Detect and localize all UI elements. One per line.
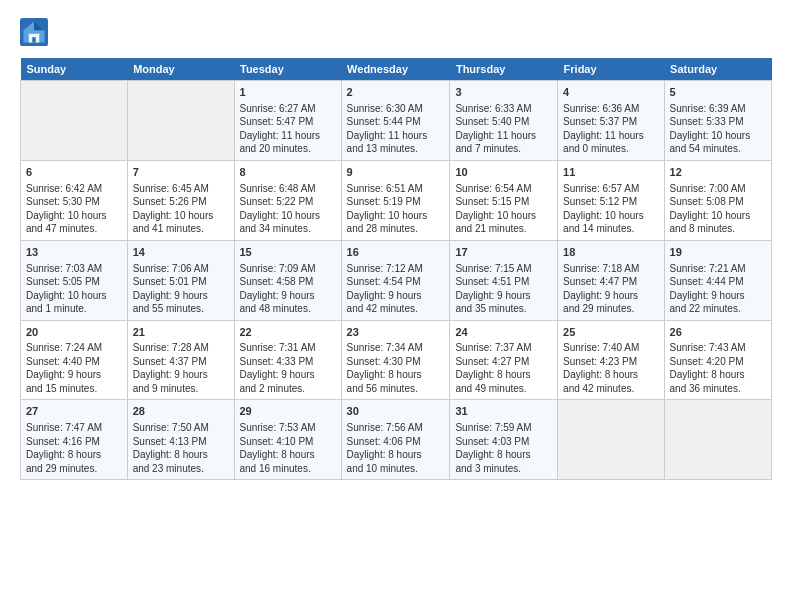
day-info: Sunrise: 7:03 AM [26,262,122,276]
day-info: Daylight: 9 hours [670,289,766,303]
day-number: 13 [26,245,122,260]
day-number: 1 [240,85,336,100]
day-number: 2 [347,85,445,100]
day-cell: 25Sunrise: 7:40 AMSunset: 4:23 PMDayligh… [558,320,664,400]
day-number: 4 [563,85,658,100]
day-info: Sunrise: 7:28 AM [133,341,229,355]
day-info: and 7 minutes. [455,142,552,156]
day-info: Sunrise: 6:33 AM [455,102,552,116]
day-cell [558,400,664,480]
day-cell: 12Sunrise: 7:00 AMSunset: 5:08 PMDayligh… [664,160,771,240]
day-info: Sunset: 4:51 PM [455,275,552,289]
day-info: Sunset: 4:03 PM [455,435,552,449]
day-number: 3 [455,85,552,100]
day-info: Daylight: 8 hours [240,448,336,462]
day-info: Sunrise: 7:34 AM [347,341,445,355]
day-info: Daylight: 10 hours [455,209,552,223]
day-info: Sunrise: 6:45 AM [133,182,229,196]
day-info: Sunset: 4:58 PM [240,275,336,289]
day-cell: 29Sunrise: 7:53 AMSunset: 4:10 PMDayligh… [234,400,341,480]
day-number: 6 [26,165,122,180]
day-info: Sunset: 5:47 PM [240,115,336,129]
day-info: and 9 minutes. [133,382,229,396]
day-info: Sunrise: 7:12 AM [347,262,445,276]
day-info: and 14 minutes. [563,222,658,236]
day-cell: 8Sunrise: 6:48 AMSunset: 5:22 PMDaylight… [234,160,341,240]
day-number: 23 [347,325,445,340]
day-info: and 13 minutes. [347,142,445,156]
day-number: 7 [133,165,229,180]
day-info: Daylight: 8 hours [347,368,445,382]
header-cell-sunday: Sunday [21,58,128,81]
day-info: Daylight: 9 hours [563,289,658,303]
day-info: and 21 minutes. [455,222,552,236]
day-number: 16 [347,245,445,260]
header-row: SundayMondayTuesdayWednesdayThursdayFrid… [21,58,772,81]
day-info: Sunset: 4:23 PM [563,355,658,369]
day-info: Sunrise: 7:18 AM [563,262,658,276]
day-cell: 10Sunrise: 6:54 AMSunset: 5:15 PMDayligh… [450,160,558,240]
day-info: Sunset: 4:47 PM [563,275,658,289]
day-info: Sunrise: 7:06 AM [133,262,229,276]
day-info: Daylight: 10 hours [670,129,766,143]
day-cell: 7Sunrise: 6:45 AMSunset: 5:26 PMDaylight… [127,160,234,240]
header-cell-saturday: Saturday [664,58,771,81]
day-cell: 1Sunrise: 6:27 AMSunset: 5:47 PMDaylight… [234,81,341,161]
day-info: and 22 minutes. [670,302,766,316]
day-cell: 3Sunrise: 6:33 AMSunset: 5:40 PMDaylight… [450,81,558,161]
day-info: Sunset: 4:20 PM [670,355,766,369]
day-info: Sunrise: 6:36 AM [563,102,658,116]
day-info: Sunrise: 6:57 AM [563,182,658,196]
week-row-3: 13Sunrise: 7:03 AMSunset: 5:05 PMDayligh… [21,240,772,320]
day-info: Sunset: 5:33 PM [670,115,766,129]
day-info: Daylight: 9 hours [347,289,445,303]
day-info: and 28 minutes. [347,222,445,236]
day-info: and 1 minute. [26,302,122,316]
day-cell: 22Sunrise: 7:31 AMSunset: 4:33 PMDayligh… [234,320,341,400]
logo [20,18,52,46]
day-number: 31 [455,404,552,419]
day-info: Sunset: 4:16 PM [26,435,122,449]
day-info: Daylight: 10 hours [347,209,445,223]
day-number: 26 [670,325,766,340]
day-info: Sunrise: 6:42 AM [26,182,122,196]
day-cell: 20Sunrise: 7:24 AMSunset: 4:40 PMDayligh… [21,320,128,400]
week-row-1: 1Sunrise: 6:27 AMSunset: 5:47 PMDaylight… [21,81,772,161]
day-number: 5 [670,85,766,100]
day-info: Sunrise: 6:48 AM [240,182,336,196]
day-info: and 54 minutes. [670,142,766,156]
day-number: 9 [347,165,445,180]
day-number: 22 [240,325,336,340]
day-number: 29 [240,404,336,419]
day-info: and 35 minutes. [455,302,552,316]
day-cell: 18Sunrise: 7:18 AMSunset: 4:47 PMDayligh… [558,240,664,320]
day-info: and 42 minutes. [563,382,658,396]
day-cell: 30Sunrise: 7:56 AMSunset: 4:06 PMDayligh… [341,400,450,480]
logo-icon [20,18,48,46]
day-cell: 16Sunrise: 7:12 AMSunset: 4:54 PMDayligh… [341,240,450,320]
day-info: Daylight: 9 hours [240,368,336,382]
day-number: 20 [26,325,122,340]
day-cell: 19Sunrise: 7:21 AMSunset: 4:44 PMDayligh… [664,240,771,320]
day-info: Daylight: 11 hours [240,129,336,143]
day-info: Sunset: 4:27 PM [455,355,552,369]
day-info: Sunset: 4:13 PM [133,435,229,449]
day-number: 19 [670,245,766,260]
day-info: Daylight: 8 hours [563,368,658,382]
week-row-2: 6Sunrise: 6:42 AMSunset: 5:30 PMDaylight… [21,160,772,240]
header-cell-thursday: Thursday [450,58,558,81]
day-cell [664,400,771,480]
day-info: Sunset: 5:40 PM [455,115,552,129]
day-number: 24 [455,325,552,340]
day-info: Sunrise: 7:09 AM [240,262,336,276]
day-info: Sunrise: 7:00 AM [670,182,766,196]
day-number: 10 [455,165,552,180]
day-info: Daylight: 8 hours [347,448,445,462]
day-info: Sunset: 4:37 PM [133,355,229,369]
day-info: Sunset: 5:12 PM [563,195,658,209]
day-info: Sunset: 5:15 PM [455,195,552,209]
week-row-5: 27Sunrise: 7:47 AMSunset: 4:16 PMDayligh… [21,400,772,480]
day-info: Daylight: 9 hours [240,289,336,303]
day-info: and 2 minutes. [240,382,336,396]
day-info: Sunset: 5:22 PM [240,195,336,209]
